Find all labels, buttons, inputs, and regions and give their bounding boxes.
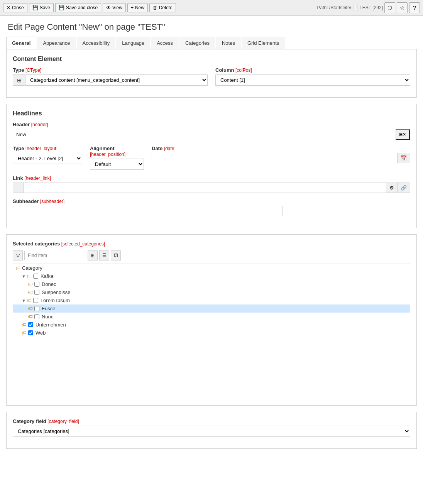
table-icon: ⊞ (17, 77, 22, 83)
category-tag-icon: 🏷 (22, 330, 27, 336)
category-tree-row[interactable]: 🏷 Suspendisse (13, 288, 410, 296)
category-tree-row[interactable]: 🏷 Category (13, 264, 410, 272)
category-checkbox-web[interactable] (28, 330, 33, 335)
categories-spacer (13, 337, 410, 399)
date-wrapper: 📅 (152, 153, 410, 163)
category-checkbox-lorem-ipsum[interactable] (33, 298, 38, 303)
link-label: Link [header_link] (13, 175, 410, 181)
toolbar-right: Path: /Startseite/ 📄 TEST [292] ⬡ ☆ ? (317, 2, 420, 13)
category-tree-row[interactable]: ▼ 🏷 Lorem Ipsum (13, 296, 410, 304)
link-input[interactable] (24, 183, 386, 193)
alignment-select[interactable]: Default (90, 159, 144, 170)
tab-notes[interactable]: Notes (216, 37, 241, 49)
tab-grid-elements[interactable]: Grid Elements (242, 37, 285, 49)
category-tree-row[interactable]: 🏷 Donec (13, 280, 410, 288)
date-label: Date [date] (152, 145, 410, 151)
new-button[interactable]: + New (127, 3, 148, 12)
type-select-wrapper: ⊞ Categorized content [menu_categorized_… (13, 74, 208, 86)
category-field-label: Category field [category_field] (13, 418, 410, 424)
category-field-section: Category field [category_field] Categori… (6, 412, 417, 449)
categories-toolbar: ▽ ⊞ ☰ ☑ (13, 250, 410, 260)
save-close-icon: 💾 (59, 5, 64, 10)
category-tree-view-button[interactable]: ⊞ (88, 250, 98, 260)
close-icon: ✕ (7, 5, 10, 10)
header-input[interactable] (13, 129, 396, 140)
link-prefix-icon (13, 183, 24, 193)
header-format-button[interactable]: ⊞✕ (396, 129, 410, 140)
headlines-title: Headlines (13, 110, 410, 117)
main-content: General Appearance Accessibility Languag… (0, 37, 423, 455)
column-select[interactable]: Content [1] (215, 74, 410, 86)
tab-general[interactable]: General (6, 37, 36, 49)
page-icon: 📄 (353, 5, 359, 10)
category-list-view-button[interactable]: ☰ (99, 250, 109, 260)
category-check-all-button[interactable]: ☑ (111, 250, 121, 260)
bookmark-button[interactable]: ☆ (397, 2, 408, 13)
category-label: Suspendisse (42, 289, 70, 295)
category-checkbox-nunc[interactable] (34, 314, 39, 319)
category-filter-button[interactable]: ▽ (13, 250, 23, 260)
category-checkbox-suspendisse[interactable] (34, 290, 39, 295)
category-search-input[interactable] (24, 251, 86, 260)
save-button[interactable]: 💾 Save (29, 3, 54, 12)
header-type-select[interactable]: Header - 2. Level [2] (13, 153, 82, 164)
header-type-label: Type [header_layout] (13, 145, 82, 151)
date-picker-button[interactable]: 📅 (397, 153, 410, 163)
tab-appearance[interactable]: Appearance (37, 37, 76, 49)
category-tag-icon: 🏷 (28, 306, 33, 311)
category-tag-icon: 🏷 (22, 322, 27, 328)
link-chain-btn[interactable]: 🔗 (397, 183, 410, 193)
date-input[interactable] (152, 153, 397, 163)
new-label: New (135, 5, 144, 10)
category-tree: 🏷 Category ▼ 🏷 Kafka 🏷 Donec 🏷 Suspendis… (13, 264, 410, 337)
category-label: Lorem Ipsum (41, 298, 70, 303)
alignment-label: Alignment [header_position] (90, 145, 144, 157)
close-button[interactable]: ✕ Close (3, 3, 27, 12)
type-align-date-row: Type [header_layout] Header - 2. Level [… (13, 145, 410, 175)
tab-access[interactable]: Access (151, 37, 179, 49)
link-icon-btn[interactable]: ⚙ (386, 183, 397, 193)
content-element-section: Content Element Type [CType] ⊞ Categoriz… (6, 49, 417, 98)
header-type-field-group: Type [header_layout] Header - 2. Level [… (13, 145, 82, 170)
category-label: Unternehmen (36, 322, 66, 328)
save-close-button[interactable]: 💾 Save and close (55, 3, 101, 12)
subheader-input[interactable] (13, 206, 283, 216)
category-tag-icon: 🏷 (28, 314, 33, 320)
header-label: Header [header] (13, 122, 410, 127)
category-checkbox-fusce[interactable] (34, 306, 39, 311)
header-input-wrapper: ⊞✕ (13, 129, 410, 140)
category-tree-row[interactable]: ▼ 🏷 Kafka (13, 272, 410, 280)
category-checkbox-unternehmen[interactable] (28, 322, 33, 327)
view-icon: 👁 (106, 5, 111, 10)
category-tree-row[interactable]: 🏷 Web (13, 329, 410, 337)
path-info: Path: /Startseite/ 📄 TEST [292] (317, 5, 383, 10)
category-tag-icon: 🏷 (15, 265, 20, 271)
subheader-field-group: Subheader [subheader] (13, 198, 410, 216)
category-checkbox-kafka[interactable] (33, 274, 38, 279)
tabs: General Appearance Accessibility Languag… (6, 37, 417, 49)
delete-button[interactable]: 🗑 Delete (149, 3, 176, 12)
type-icon: ⊞ (13, 75, 25, 85)
toolbar-left: ✕ Close 💾 Save 💾 Save and close 👁 View +… (3, 3, 176, 12)
tab-categories[interactable]: Categories (179, 37, 215, 49)
close-label: Close (12, 5, 24, 10)
cat-toggle-icon: ▼ (22, 298, 26, 303)
view-label: View (112, 5, 122, 10)
category-field-group: Category field [category_field] Categori… (13, 418, 410, 437)
tab-language[interactable]: Language (116, 37, 150, 49)
type-select[interactable]: Categorized content [menu_categorized_co… (25, 75, 207, 85)
header-field-group: Header [header] ⊞✕ (13, 122, 410, 140)
top-toolbar: ✕ Close 💾 Save 💾 Save and close 👁 View +… (0, 0, 423, 16)
category-tree-row[interactable]: 🏷 Fusce (13, 304, 410, 313)
open-new-window-button[interactable]: ⬡ (384, 2, 395, 13)
category-field-select[interactable]: Categories [categories] (13, 426, 410, 437)
toolbar-actions: ⬡ ☆ ? (384, 2, 420, 13)
category-tree-row[interactable]: 🏷 Nunc (13, 313, 410, 321)
help-button[interactable]: ? (409, 2, 420, 13)
tab-accessibility[interactable]: Accessibility (77, 37, 116, 49)
view-button[interactable]: 👁 View (103, 3, 126, 12)
link-wrapper: ⚙ 🔗 (13, 183, 410, 193)
category-tree-row[interactable]: 🏷 Unternehmen (13, 321, 410, 329)
category-checkbox-donec[interactable] (34, 282, 39, 287)
category-label: Donec (42, 281, 56, 287)
